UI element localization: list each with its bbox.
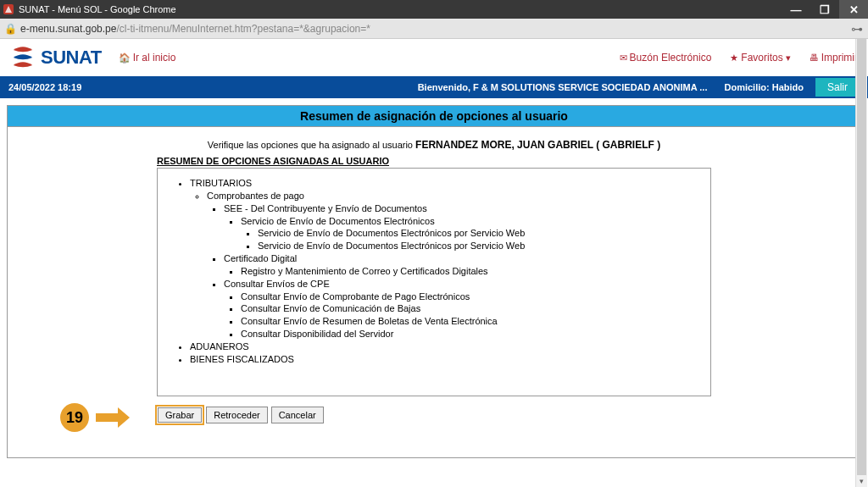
- step-arrow-icon: [96, 407, 130, 428]
- home-link[interactable]: 🏠 Ir al inicio: [119, 52, 176, 64]
- tree-servicio-web2: Servicio de Envío de Documentos Electrón…: [258, 240, 695, 252]
- assigned-user: FERNANDEZ MORE, JUAN GABRIEL ( GABRIELF …: [415, 139, 660, 151]
- favorites-link[interactable]: ★ Favoritos ▾: [730, 52, 790, 64]
- status-domicilio: Domicilio: Habido: [724, 82, 804, 92]
- print-label: Imprimir: [821, 52, 858, 64]
- url-path: /cl-ti-itmenu/MenuInternet.htm?pestana=*…: [116, 23, 370, 35]
- status-welcome: Bienvenido, F & M SOLUTIONS SERVICE SOCI…: [418, 82, 708, 92]
- favorites-label: Favoritos: [741, 52, 782, 64]
- grabar-highlight: Grabar: [157, 407, 203, 423]
- home-icon: 🏠: [119, 53, 131, 64]
- tree-servicio-envio: Servicio de Envío de Documentos Electrón…: [241, 216, 435, 226]
- chevron-down-icon: ▾: [786, 53, 791, 64]
- app-header: SUNAT 🏠 Ir al inicio ✉ Buzón Electrónico…: [0, 39, 868, 76]
- cancelar-button[interactable]: Cancelar: [271, 407, 324, 423]
- logo-text: SUNAT: [41, 47, 102, 69]
- url-text[interactable]: e-menu.sunat.gob.pe/cl-ti-itmenu/MenuInt…: [20, 23, 370, 35]
- window-minimize-button[interactable]: —: [782, 0, 810, 19]
- window-maximize-button[interactable]: ❐: [810, 0, 839, 19]
- step-number-badge: 19: [60, 403, 89, 432]
- main-frame: Resumen de asignación de opciones al usu…: [7, 105, 861, 458]
- scroll-thumb[interactable]: [857, 39, 866, 487]
- tree-comprobantes: Comprobantes de pago: [207, 191, 304, 201]
- tree-tributarios: TRIBUTARIOS: [190, 178, 252, 188]
- status-datetime: 24/05/2022 18:19: [8, 82, 81, 92]
- printer-icon: 🖶: [810, 53, 819, 63]
- tree-registro-cert: Registro y Mantenimiento de Correo y Cer…: [241, 265, 695, 278]
- options-box: TRIBUTARIOS Comprobantes de pago SEE - D…: [157, 168, 711, 396]
- print-link[interactable]: 🖶 Imprimir: [810, 52, 858, 64]
- mailbox-label: Buzón Electrónico: [630, 52, 712, 64]
- mailbox-link[interactable]: ✉ Buzón Electrónico: [620, 52, 712, 64]
- vertical-scrollbar[interactable]: ▴ ▾: [855, 39, 867, 487]
- tree-cert-digital: Certificado Digital: [224, 253, 297, 263]
- step-annotation: 19: [60, 403, 130, 432]
- star-icon: ★: [730, 53, 738, 64]
- home-label: Ir al inicio: [133, 52, 176, 64]
- page-title: Resumen de asignación de opciones al usu…: [8, 106, 860, 127]
- window-close-button[interactable]: ✕: [839, 0, 868, 19]
- grabar-button[interactable]: Grabar: [158, 407, 202, 423]
- os-titlebar: SUNAT - Menú SOL - Google Chrome — ❐ ✕: [0, 0, 868, 19]
- button-row: Grabar Retroceder Cancelar: [157, 407, 847, 423]
- url-host: e-menu.sunat.gob.pe: [20, 23, 116, 35]
- status-bar: 24/05/2022 18:19 Bienvenido, F & M SOLUT…: [0, 76, 868, 98]
- sunat-logo[interactable]: SUNAT: [10, 45, 102, 70]
- verify-prefix: Verifique las opciones que ha asignado a…: [208, 140, 415, 150]
- verify-line: Verifique las opciones que ha asignado a…: [21, 139, 847, 151]
- mail-icon: ✉: [620, 53, 627, 64]
- tree-aduaneros: ADUANEROS: [190, 340, 695, 353]
- retroceder-button[interactable]: Retroceder: [206, 407, 267, 423]
- lock-icon: 🔒: [5, 24, 15, 34]
- content-area: Verifique las opciones que ha asignado a…: [8, 127, 860, 457]
- logo-icon: [10, 45, 36, 70]
- url-bar: 🔒 e-menu.sunat.gob.pe/cl-ti-itmenu/MenuI…: [0, 19, 868, 39]
- scroll-down-icon[interactable]: ▾: [856, 475, 867, 487]
- tree-see: SEE - Del Contribuyente y Envío de Docum…: [224, 203, 427, 213]
- app-favicon: [3, 4, 14, 14]
- key-icon[interactable]: ⊶: [851, 22, 863, 36]
- salir-button[interactable]: Salir: [815, 78, 860, 97]
- tree-cpe4: Consultar Disponibilidad del Servidor: [241, 328, 695, 340]
- tree-cpe1: Consultar Envío de Comprobante de Pago E…: [241, 291, 695, 303]
- tree-cpe3: Consultar Envío de Resumen de Boletas de…: [241, 315, 695, 328]
- tree-bienes: BIENES FISCALIZADOS: [190, 353, 695, 366]
- box-title: RESUMEN DE OPCIONES ASIGNADAS AL USUARIO: [157, 156, 847, 166]
- window-title: SUNAT - Menú SOL - Google Chrome: [19, 4, 176, 14]
- tree-servicio-web1: Servicio de Envío de Documentos Electrón…: [258, 227, 695, 240]
- tree-cpe2: Consultar Envío de Comunicación de Bajas: [241, 302, 695, 315]
- tree-consultar-cpe: Consultar Envíos de CPE: [224, 279, 330, 289]
